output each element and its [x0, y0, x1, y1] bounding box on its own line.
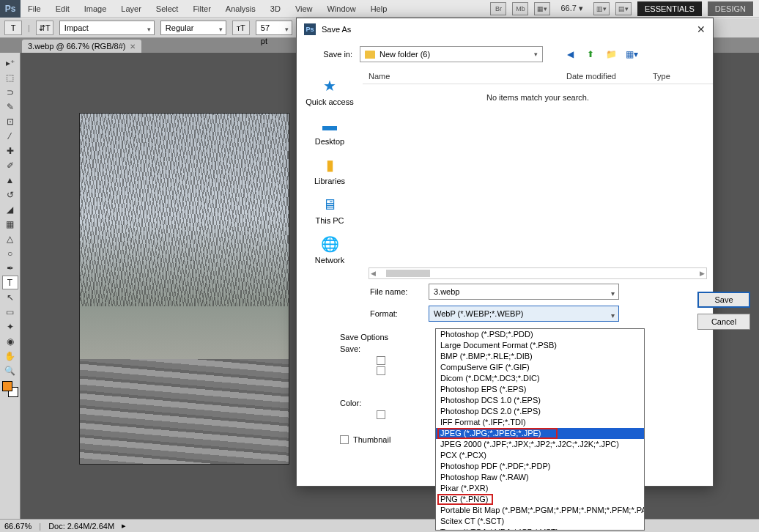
view-menu-icon[interactable]: ▦▾ [625, 48, 638, 61]
marquee-tool[interactable]: ⬚ [2, 70, 18, 84]
menu-filter[interactable]: Filter [185, 1, 218, 17]
menu-view[interactable]: View [288, 1, 320, 17]
filename-input[interactable]: 3.webp [429, 284, 619, 300]
format-option[interactable]: Photoshop Raw (*.RAW) [436, 472, 644, 483]
font-size-select[interactable]: 57 pt [256, 21, 292, 35]
status-arrow-icon[interactable]: ▸ [122, 521, 126, 531]
format-option[interactable]: Photoshop PDF (*.PDF;*.PDP) [436, 461, 644, 472]
format-option[interactable]: BMP (*.BMP;*.RLE;*.DIB) [436, 351, 644, 362]
format-option[interactable]: JPEG (*.JPG;*.JPEG;*.JPE) [436, 428, 644, 439]
new-folder-icon[interactable]: 📁 [604, 48, 618, 61]
extras-icon[interactable]: ▤▾ [615, 2, 632, 15]
document-image[interactable] [79, 113, 289, 465]
format-option[interactable]: Photoshop (*.PSD;*.PDD) [436, 329, 644, 340]
col-type[interactable]: Type [647, 72, 676, 81]
menu-file[interactable]: File [21, 1, 48, 17]
format-option[interactable]: Photoshop DCS 2.0 (*.EPS) [436, 406, 644, 417]
type-tool[interactable]: T [2, 276, 18, 289]
filename-label: File name: [370, 287, 421, 296]
workspace-design[interactable]: DESIGN [708, 1, 753, 16]
eraser-tool[interactable]: ◢ [2, 202, 18, 216]
format-option[interactable]: Scitex CT (*.SCT) [436, 516, 644, 527]
move-tool[interactable]: ▸⁺ [2, 56, 18, 70]
format-option[interactable]: Photoshop EPS (*.EPS) [436, 384, 644, 395]
format-option[interactable]: Large Document Format (*.PSB) [436, 340, 644, 351]
3d-tool[interactable]: ✦ [2, 319, 18, 333]
menu-help[interactable]: Help [363, 1, 395, 17]
up-icon[interactable]: ⬆ [584, 48, 597, 61]
shape-tool[interactable]: ▭ [2, 305, 18, 319]
lasso-tool[interactable]: ⊃ [2, 85, 18, 99]
sidebar-place[interactable]: ▬Desktop [300, 112, 359, 149]
bridge-icon[interactable]: Br [490, 2, 506, 15]
sidebar-place[interactable]: ★Quick access [300, 73, 359, 109]
dodge-tool[interactable]: ○ [2, 246, 18, 260]
document-tab[interactable]: 3.webp @ 66.7% (RGB/8#) ✕ [22, 40, 141, 53]
save-in-select[interactable]: New folder (6) ▾ [360, 46, 543, 62]
format-select[interactable]: WebP (*.WEBP;*.WEBP) [429, 306, 619, 322]
place-icon: ▬ [318, 115, 341, 136]
brush-tool[interactable]: ✐ [2, 158, 18, 172]
stamp-tool[interactable]: ▲ [2, 173, 18, 187]
crop-tool[interactable]: ⊡ [2, 114, 18, 128]
save-options-label: Save Options [340, 331, 435, 343]
menu-layer[interactable]: Layer [114, 1, 149, 17]
format-option[interactable]: PNG (*.PNG) [436, 494, 644, 505]
menu-select[interactable]: Select [149, 1, 186, 17]
history-brush-tool[interactable]: ↺ [2, 188, 18, 202]
menu-analysis[interactable]: Analysis [218, 1, 263, 17]
save-button[interactable]: Save [697, 292, 750, 308]
back-icon[interactable]: ◀ [563, 48, 577, 61]
checkbox[interactable] [377, 366, 385, 375]
format-option[interactable]: Targa (*.TGA;*.VDA;*.ICB;*.VST) [436, 527, 644, 531]
checkbox[interactable] [377, 410, 385, 419]
screen-mode-icon[interactable]: ▦▾ [534, 2, 550, 15]
horizontal-scrollbar[interactable]: ◀ ▶ [369, 267, 707, 279]
pen-tool[interactable]: ✒ [2, 261, 18, 275]
arrange-icon[interactable]: ▥▾ [593, 2, 610, 15]
hand-tool[interactable]: ✋ [2, 349, 18, 363]
format-option[interactable]: Dicom (*.DCM;*.DC3;*.DIC) [436, 373, 644, 384]
font-weight-select[interactable]: Regular [160, 21, 226, 35]
quickselect-tool[interactable]: ✎ [2, 100, 18, 114]
tool-preset-icon[interactable]: T [4, 21, 22, 35]
format-option[interactable]: Pixar (*.PXR) [436, 483, 644, 494]
text-orientation-icon[interactable]: ⇵T [36, 21, 53, 35]
3d-camera-tool[interactable]: ◉ [2, 334, 18, 348]
color-swatch[interactable] [2, 381, 18, 397]
col-date[interactable]: Date modified [560, 72, 647, 81]
zoom-tool[interactable]: 🔍 [2, 363, 18, 377]
blur-tool[interactable]: △ [2, 232, 18, 245]
healing-tool[interactable]: ✚ [2, 144, 18, 158]
minibridge-icon[interactable]: Mb [512, 2, 528, 15]
checkbox[interactable] [377, 356, 385, 365]
format-option[interactable]: CompuServe GIF (*.GIF) [436, 362, 644, 373]
status-docsize[interactable]: Doc: 2.64M/2.64M [48, 522, 114, 531]
empty-message: No items match your search. [363, 84, 713, 102]
format-option[interactable]: JPEG 2000 (*.JPF;*.JPX;*.JP2;*.J2C;*.J2K… [436, 439, 644, 450]
menu-3d[interactable]: 3D [263, 1, 288, 17]
sidebar-place[interactable]: ▮Libraries [300, 152, 359, 188]
format-option[interactable]: Portable Bit Map (*.PBM;*.PGM;*.PPM;*.PN… [436, 505, 644, 516]
format-option[interactable]: PCX (*.PCX) [436, 450, 644, 461]
font-family-select[interactable]: Impact [59, 21, 155, 35]
close-tab-icon[interactable]: ✕ [130, 43, 136, 51]
zoom-level[interactable]: 66.7 ▾ [556, 4, 587, 13]
workspace-essentials[interactable]: ESSENTIALS [637, 1, 702, 16]
cancel-button[interactable]: Cancel [697, 314, 750, 330]
thumbnail-checkbox[interactable] [340, 435, 349, 444]
menu-image[interactable]: Image [77, 1, 114, 17]
close-dialog-icon[interactable]: ✕ [697, 23, 706, 35]
col-name[interactable]: Name [363, 72, 560, 81]
status-zoom[interactable]: 66.67% [4, 522, 32, 531]
sidebar-place[interactable]: 🌐Network [300, 231, 359, 267]
menu-bar: File Edit Image Layer Select Filter Anal… [21, 1, 394, 17]
format-option[interactable]: IFF Format (*.IFF;*.TDI) [436, 417, 644, 428]
gradient-tool[interactable]: ▦ [2, 217, 18, 231]
sidebar-place[interactable]: 🖥This PC [300, 191, 359, 228]
eyedropper-tool[interactable]: ⁄ [2, 129, 18, 143]
format-option[interactable]: Photoshop DCS 1.0 (*.EPS) [436, 395, 644, 406]
menu-edit[interactable]: Edit [48, 1, 77, 17]
path-tool[interactable]: ↖ [2, 290, 18, 304]
menu-window[interactable]: Window [320, 1, 363, 17]
